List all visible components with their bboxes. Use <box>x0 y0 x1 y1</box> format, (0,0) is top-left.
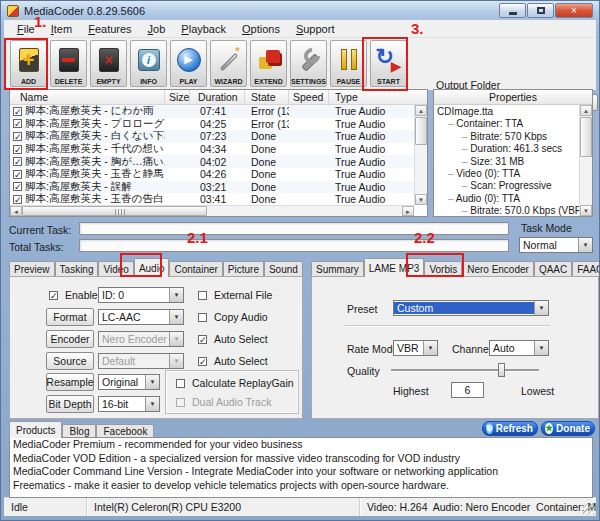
scroll-right-icon[interactable]: ► <box>402 206 414 216</box>
close-button[interactable]: × <box>555 3 593 18</box>
start-button[interactable]: ↻▶ START <box>370 40 407 87</box>
column-header-name[interactable]: Name <box>10 90 165 104</box>
tree-item[interactable]: Container: TTA <box>434 118 579 130</box>
menu-job[interactable]: Job <box>140 21 174 37</box>
tree-item[interactable]: Audio (0): TTA <box>434 193 579 205</box>
scroll-thumb[interactable] <box>415 117 427 145</box>
auto-select-encoder-checkbox[interactable]: Auto Select <box>195 333 268 345</box>
column-header-state[interactable]: State <box>245 90 289 104</box>
table-row[interactable]: 脚本:高屋敷英夫 - 胸が…痛い... 04:02 Done True Audi… <box>10 155 416 168</box>
table-vertical-scrollbar[interactable]: ▲ ▼ <box>414 105 427 205</box>
table-horizontal-scrollbar[interactable]: ◄ ► <box>10 205 414 216</box>
tab-audio[interactable]: Audio <box>134 258 170 277</box>
calculate-replaygain-checkbox[interactable]: Calculate ReplayGain <box>173 377 294 389</box>
preset-dropdown[interactable]: Custom▼ <box>393 300 549 316</box>
table-row[interactable]: 脚本:高屋敷英夫 - 誤解 03:21 Done True Audio <box>10 181 416 194</box>
menu-options[interactable]: Options <box>234 21 288 37</box>
tab-lame-mp3[interactable]: LAME MP3 <box>364 258 425 277</box>
scroll-down-icon[interactable]: ▼ <box>580 205 592 216</box>
row-checkbox[interactable] <box>13 170 22 179</box>
row-checkbox[interactable] <box>13 195 22 204</box>
column-header-duration[interactable]: Duration <box>190 90 245 104</box>
scroll-left-icon[interactable]: ◄ <box>10 206 22 216</box>
slider-track[interactable] <box>391 369 539 371</box>
tab-faac[interactable]: FAAC <box>572 261 599 277</box>
extend-button[interactable]: EXTEND <box>250 40 287 87</box>
donate-button[interactable]: ★ Donate <box>541 421 595 436</box>
settings-button[interactable]: SETTINGS <box>290 40 327 87</box>
auto-select-source-checkbox[interactable]: Auto Select <box>195 355 268 367</box>
tree-item[interactable]: Video (0): TTA <box>434 168 579 180</box>
column-header-speed[interactable]: Speed <box>289 90 329 104</box>
pause-button[interactable]: PAUSE <box>330 40 367 87</box>
tab-summary[interactable]: Summary <box>311 261 364 277</box>
empty-button[interactable]: × EMPTY <box>90 40 127 87</box>
row-checkbox[interactable] <box>13 132 22 141</box>
table-row[interactable]: 脚本:高屋敷英夫 - 玉香の告白 03:41 Done True Audio <box>10 193 416 206</box>
table-row[interactable]: 脚本:高屋敷英夫 - にわか雨 07:41 Error (13) True Au… <box>10 105 416 118</box>
menu-features[interactable]: Features <box>80 21 139 37</box>
audio-id-dropdown[interactable]: ID: 0▼ <box>98 287 184 303</box>
encoder-button[interactable]: Encoder <box>46 330 94 348</box>
tab-picture[interactable]: Picture <box>223 261 264 277</box>
row-checkbox[interactable] <box>13 107 22 116</box>
table-row[interactable]: 脚本:高屋敷英夫 - 玉香と静馬 04:26 Done True Audio <box>10 168 416 181</box>
product-item[interactable]: MediaCoder Premium - recommended for you… <box>10 438 592 452</box>
quality-value-field[interactable]: 6 <box>451 382 484 398</box>
delete-button[interactable]: DELETE <box>50 40 87 87</box>
row-checkbox[interactable] <box>13 119 22 128</box>
scroll-thumb[interactable] <box>580 117 592 157</box>
external-file-checkbox[interactable]: External File <box>195 289 272 301</box>
tree-item[interactable]: Bitrate: 570.0 Kbps (VBR) <box>434 205 579 216</box>
tab-blog[interactable]: Blog <box>62 424 96 438</box>
row-checkbox[interactable] <box>13 157 22 166</box>
tab-vorbis[interactable]: Vorbis <box>424 261 462 277</box>
bit-depth-button[interactable]: Bit Depth <box>46 395 94 413</box>
format-dropdown[interactable]: LC-AAC▼ <box>98 309 184 325</box>
tree-item[interactable]: Duration: 461.3 secs <box>434 143 579 155</box>
rate-mode-dropdown[interactable]: VBR▼ <box>393 340 438 356</box>
tab-preview[interactable]: Preview <box>9 261 55 277</box>
tab-video[interactable]: Video <box>98 261 133 277</box>
scroll-up-icon[interactable]: ▲ <box>580 105 592 116</box>
wizard-button[interactable]: * WIZARD <box>210 40 247 87</box>
menu-item[interactable]: Item <box>43 21 80 37</box>
source-button[interactable]: Source <box>46 352 94 370</box>
product-item[interactable]: MediaCoder VOD Edition - a specialized v… <box>10 452 592 466</box>
enabled-checkbox[interactable]: Enabled <box>46 289 104 301</box>
column-header-type[interactable]: Type <box>329 90 427 104</box>
row-checkbox[interactable] <box>13 182 22 191</box>
add-button[interactable]: + ADD <box>10 40 47 87</box>
tab-container[interactable]: Container <box>169 261 222 277</box>
play-button[interactable]: ▶ PLAY <box>170 40 207 87</box>
product-item[interactable]: Freematics - make it easier to develop v… <box>10 479 592 493</box>
task-mode-dropdown[interactable]: Normal▼ <box>519 237 593 253</box>
minimize-button[interactable] <box>499 3 526 18</box>
resample-button[interactable]: Resample <box>46 373 94 391</box>
table-row[interactable]: 脚本:高屋敷英夫 - 白くない下着 07:23 Done True Audio <box>10 130 416 143</box>
resize-grip[interactable] <box>583 503 595 515</box>
tab-facebook[interactable]: Facebook <box>96 424 154 438</box>
menu-file[interactable]: File <box>9 21 43 37</box>
channel-dropdown[interactable]: Auto▼ <box>489 340 549 356</box>
tab-tasking[interactable]: Tasking <box>55 261 99 277</box>
tab-qaac[interactable]: QAAC <box>534 261 572 277</box>
tree-item[interactable]: Scan: Progressive <box>434 180 579 192</box>
refresh-button[interactable]: ↻ Refresh <box>482 421 538 436</box>
menu-playback[interactable]: Playback <box>173 21 234 37</box>
quality-slider[interactable] <box>391 363 539 377</box>
maximize-button[interactable] <box>527 3 554 18</box>
bit-depth-dropdown[interactable]: 16-bit▼ <box>98 396 160 412</box>
tree-item[interactable]: CDImage.tta <box>434 106 579 118</box>
tab-products[interactable]: Products <box>9 421 62 438</box>
row-checkbox[interactable] <box>13 145 22 154</box>
scroll-down-icon[interactable]: ▼ <box>415 194 427 205</box>
scroll-thumb[interactable] <box>22 206 207 216</box>
tree-item[interactable]: Bitrate: 570 Kbps <box>434 131 579 143</box>
menu-support[interactable]: Support <box>288 21 343 37</box>
tree-item[interactable]: Size: 31 MB <box>434 156 579 168</box>
resample-dropdown[interactable]: Original▼ <box>98 374 160 390</box>
column-header-size[interactable]: Size <box>165 90 190 104</box>
tab-nero-encoder[interactable]: Nero Encoder <box>462 261 534 277</box>
table-row[interactable]: 脚本:高屋敷英夫 - 千代の想い 04:34 Done True Audio <box>10 143 416 156</box>
